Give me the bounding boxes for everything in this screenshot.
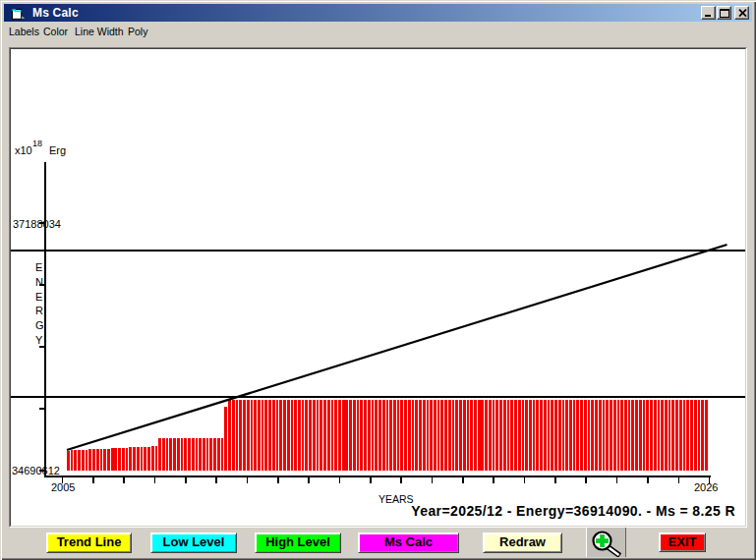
svg-text:18: 18 <box>32 139 42 148</box>
svg-text:37188034: 37188034 <box>13 218 61 230</box>
svg-text:34690612: 34690612 <box>12 465 60 476</box>
svg-text:Erg: Erg <box>49 144 66 156</box>
svg-text:G: G <box>35 319 44 331</box>
svg-text:E: E <box>35 291 42 303</box>
svg-text:N: N <box>35 276 43 288</box>
svg-text:2005: 2005 <box>51 481 75 493</box>
svg-text:YEARS: YEARS <box>378 493 414 505</box>
svg-text:R: R <box>35 305 43 316</box>
svg-text:2026: 2026 <box>694 481 718 493</box>
svg-text:E: E <box>35 261 42 273</box>
svg-text:Y: Y <box>35 334 43 346</box>
svg-text:x10: x10 <box>15 144 32 156</box>
svg-text:Year=2025/12 - Energy=36914090: Year=2025/12 - Energy=36914090. - Ms = 8… <box>411 503 735 519</box>
